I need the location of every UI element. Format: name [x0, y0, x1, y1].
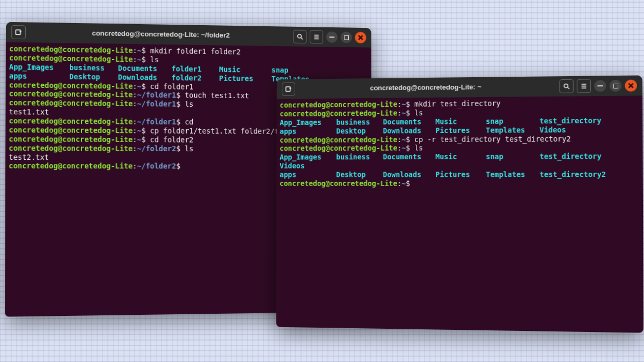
svg-point-13 [564, 84, 568, 87]
menu-icon[interactable] [577, 79, 591, 93]
svg-point-3 [298, 34, 302, 38]
svg-rect-0 [16, 30, 20, 35]
terminal-window-2: concretedog@concretedog-Lite: ~ concrete… [276, 75, 643, 333]
maximize-button[interactable] [610, 80, 622, 92]
search-icon[interactable] [559, 79, 573, 93]
new-tab-icon[interactable] [282, 82, 295, 95]
terminal-output[interactable]: concretedog@concretedog-Lite:~$ mkdir te… [276, 95, 643, 190]
close-button[interactable] [625, 80, 637, 92]
maximize-button[interactable] [341, 32, 352, 43]
svg-line-4 [301, 38, 303, 39]
svg-rect-10 [286, 87, 290, 91]
minimize-button[interactable] [594, 80, 606, 92]
close-button[interactable] [355, 32, 366, 43]
titlebar[interactable]: concretedog@concretedog-Lite: ~ [277, 75, 643, 99]
svg-line-14 [567, 87, 569, 89]
minimize-button[interactable] [326, 32, 338, 43]
window-title: concretedog@concretedog-Lite: ~/folder2 [30, 28, 289, 40]
search-icon[interactable] [293, 30, 306, 43]
window-title: concretedog@concretedog-Lite: ~ [299, 82, 555, 93]
menu-icon[interactable] [310, 30, 323, 43]
new-tab-icon[interactable] [11, 25, 26, 39]
